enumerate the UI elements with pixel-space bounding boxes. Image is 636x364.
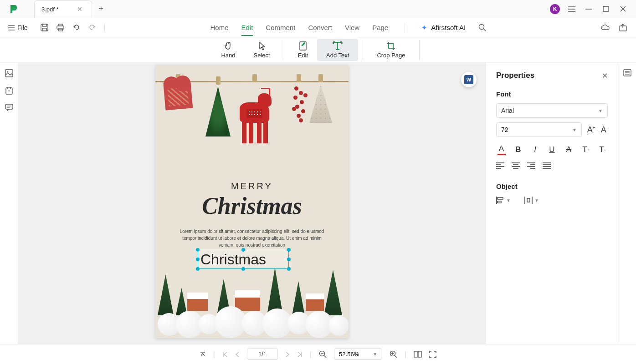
resize-handle[interactable] <box>241 248 245 252</box>
object-section-label: Object <box>496 182 608 190</box>
decrease-font-icon[interactable]: A- <box>601 125 608 135</box>
word-icon: W <box>464 75 473 84</box>
svg-rect-47 <box>498 197 503 199</box>
pine-ornament <box>205 76 231 136</box>
resize-handle[interactable] <box>287 258 291 261</box>
share-icon[interactable] <box>619 24 627 31</box>
svg-text:+: + <box>8 89 10 93</box>
statusbar: | 1/1 | 52.56% ▼ | <box>0 344 636 364</box>
menu-page[interactable]: Page <box>372 20 388 35</box>
crop-page-tool[interactable]: Crop Page <box>368 39 414 61</box>
maximize-icon[interactable] <box>603 6 612 12</box>
moose-ornament <box>235 74 274 143</box>
increase-font-icon[interactable]: A+ <box>587 125 595 135</box>
undo-icon[interactable] <box>72 24 80 31</box>
save-icon[interactable] <box>41 24 48 31</box>
minimize-icon[interactable] <box>585 6 595 12</box>
user-avatar[interactable]: K <box>550 4 560 14</box>
last-page-icon[interactable] <box>297 352 303 357</box>
zoom-out-icon[interactable] <box>319 350 327 358</box>
menu-convert[interactable]: Convert <box>308 20 332 35</box>
align-left-icon[interactable] <box>496 162 504 169</box>
pdf-page[interactable]: MERRY Christmas Lorem ipsum dolor sit am… <box>155 65 349 338</box>
titlebar: 3.pdf * ✕ + K <box>0 0 636 18</box>
distribute-objects-button[interactable]: ▼ <box>524 197 539 204</box>
align-justify-icon[interactable] <box>543 162 551 169</box>
resize-handle[interactable] <box>196 248 200 252</box>
berry-ornament <box>290 74 308 127</box>
edit-toolbar: Hand Select Edit Add Text Crop Page <box>0 37 636 63</box>
font-section-label: Font <box>496 90 608 98</box>
superscript-button[interactable]: T↑ <box>580 144 591 155</box>
add-text-tool[interactable]: Add Text <box>317 39 358 61</box>
redo-icon[interactable] <box>88 24 96 31</box>
main-area: + <box>0 63 636 344</box>
tab-label: 3.pdf * <box>41 6 59 13</box>
svg-line-65 <box>395 355 397 358</box>
hand-tool[interactable]: Hand <box>212 39 244 61</box>
document-canvas[interactable]: MERRY Christmas Lorem ipsum dolor sit am… <box>18 63 486 344</box>
svg-rect-48 <box>498 201 501 203</box>
align-right-icon[interactable] <box>527 162 535 169</box>
resize-handle[interactable] <box>287 248 291 252</box>
app-logo <box>7 2 21 16</box>
close-icon[interactable] <box>620 6 629 12</box>
select-tool[interactable]: Select <box>245 39 279 61</box>
comments-icon[interactable] <box>5 104 13 111</box>
panel-toggle-icon[interactable] <box>623 69 631 76</box>
resize-handle[interactable] <box>196 258 200 261</box>
right-sidebar <box>618 63 636 344</box>
edit-tool[interactable]: Edit <box>289 39 317 61</box>
bookmarks-icon[interactable]: + <box>5 86 13 95</box>
ai-button[interactable]: ✦ Afirstsoft AI <box>421 20 466 35</box>
svg-rect-21 <box>5 70 13 77</box>
print-icon[interactable] <box>56 24 64 31</box>
svg-rect-51 <box>527 198 530 202</box>
align-center-icon[interactable] <box>512 162 520 169</box>
subscript-button[interactable]: T↓ <box>597 144 608 155</box>
first-page-icon[interactable] <box>222 352 228 357</box>
strikethrough-button[interactable]: A <box>564 144 574 155</box>
document-tab[interactable]: 3.pdf * ✕ <box>34 0 92 18</box>
tab-close-icon[interactable]: ✕ <box>77 5 82 13</box>
menu-view[interactable]: View <box>345 20 359 35</box>
menubar: File Home Edit Comment Convert View Page… <box>0 18 636 37</box>
svg-rect-11 <box>42 24 46 26</box>
prev-page-icon[interactable] <box>235 352 240 357</box>
crop-icon <box>386 41 395 51</box>
word-export-badge[interactable]: W <box>461 72 477 87</box>
two-page-view-icon[interactable] <box>414 351 422 358</box>
search-icon[interactable] <box>478 24 486 31</box>
scroll-top-icon[interactable] <box>200 351 206 358</box>
menu-edit[interactable]: Edit <box>241 20 253 35</box>
menu-home[interactable]: Home <box>210 20 228 35</box>
christmas-heading: Christmas <box>155 192 349 219</box>
menu-comment[interactable]: Comment <box>266 20 295 35</box>
svg-rect-66 <box>414 351 417 357</box>
next-page-icon[interactable] <box>285 352 290 357</box>
edit-page-icon <box>299 41 307 51</box>
italic-button[interactable]: I <box>530 144 540 155</box>
page-number-input[interactable]: 1/1 <box>247 349 278 360</box>
underline-button[interactable]: U <box>547 144 557 155</box>
close-properties-icon[interactable]: ✕ <box>602 71 608 80</box>
svg-rect-20 <box>389 44 393 48</box>
font-size-dropdown[interactable]: 72 ▼ <box>496 122 582 137</box>
zoom-dropdown[interactable]: 52.56% ▼ <box>334 349 382 360</box>
file-menu[interactable]: File <box>5 22 31 33</box>
font-color-button[interactable]: A <box>496 144 507 155</box>
thumbnails-icon[interactable] <box>5 69 13 77</box>
zoom-in-icon[interactable] <box>390 350 397 358</box>
font-family-dropdown[interactable]: Arial ▼ <box>496 103 608 118</box>
align-objects-button[interactable]: ▼ <box>496 197 511 204</box>
cloud-icon[interactable] <box>601 24 610 31</box>
fullscreen-icon[interactable] <box>429 351 436 358</box>
chevron-down-icon: ▼ <box>373 352 377 357</box>
hamburger-icon[interactable] <box>568 6 577 12</box>
sparkle-icon: ✦ <box>421 24 427 32</box>
svg-rect-12 <box>42 28 46 31</box>
chevron-down-icon: ▼ <box>572 127 577 132</box>
new-tab-button[interactable]: + <box>99 4 104 14</box>
tree-ornament <box>309 74 332 123</box>
bold-button[interactable]: B <box>513 144 523 155</box>
